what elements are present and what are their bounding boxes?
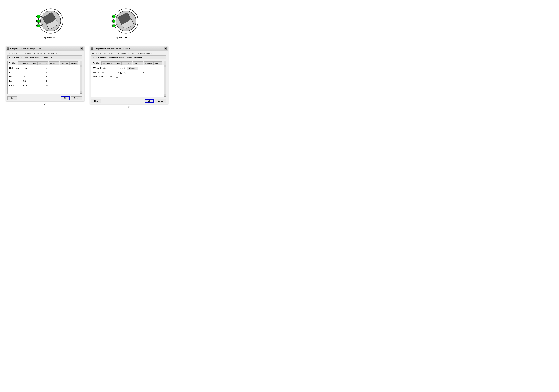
resistance-checkbox[interactable]: [116, 75, 118, 78]
pmsm-jmag-label: 3 ph PMSM JMAG: [115, 37, 133, 39]
tab-feedback-right[interactable]: Feedback: [121, 62, 132, 65]
dropdown-arrow-icon: ▼: [46, 67, 47, 69]
scroll-up-right[interactable]: ▲: [164, 65, 166, 67]
scroll-down-left[interactable]: ▼: [80, 91, 82, 94]
tab-feedback-left[interactable]: Feedback: [37, 62, 48, 65]
jmag-tab-content: RT data file path: path to rtt file Choo…: [91, 65, 166, 97]
pmsm-motor-diagram: A B C: [35, 6, 64, 35]
tab-load-left[interactable]: Load: [30, 62, 37, 65]
dialog-pmsm1: Component (3 ph PMSM1) properties ✕ Thre…: [6, 46, 84, 101]
ld-label: Ld:: [9, 76, 21, 78]
svg-rect-19: [112, 20, 115, 22]
dialog-pmsm1-body: Three Phase Permanent Magnet Synchronous…: [6, 51, 84, 95]
jmag-description: Three Phase Permanent Magnet Synchronous…: [91, 52, 166, 54]
rs-label: Rs:: [9, 71, 21, 73]
tab-output-left[interactable]: Output: [70, 62, 78, 65]
psipm-label: Psi_pm:: [9, 84, 21, 86]
help-button-right[interactable]: Help: [91, 99, 101, 103]
help-button-left[interactable]: Help: [7, 96, 17, 100]
resistance-row: Set resistance manually:: [93, 75, 163, 78]
model-type-dropdown[interactable]: linear ▼: [22, 66, 48, 69]
close-button-jmag[interactable]: ✕: [164, 47, 167, 50]
dialog-icon: [7, 47, 9, 50]
ld-row: Ld: H: [9, 75, 79, 78]
pmsm1-tabs-row: Electrical Mechanical Load Feedback Adva…: [7, 61, 82, 65]
lq-label: Lq:: [9, 80, 21, 82]
svg-text:A: A: [36, 15, 38, 18]
scroll-down-right[interactable]: ▼: [164, 94, 166, 96]
svg-rect-7: [37, 20, 40, 22]
pmsm1-component-box: Three Phase Permanent Magnet Synchronous…: [7, 56, 82, 59]
titlebar-left: Component (3 ph PMSM1) properties: [7, 47, 42, 50]
tab-advanced-left[interactable]: Advanced: [49, 62, 59, 65]
tab-scroll-down-right[interactable]: ▼: [164, 63, 166, 65]
rs-row: Rs: Ω: [9, 71, 79, 74]
tab-snubber-left[interactable]: Snubber: [60, 62, 69, 65]
lq-input[interactable]: [22, 80, 45, 83]
content-scrollbar-left: ▲ ▼: [80, 65, 82, 94]
ld-input[interactable]: [22, 75, 45, 78]
accuracy-type-label: Accuracy Type:: [93, 72, 115, 74]
accuracy-type-row: Accuracy Type: LdLq (table) ▼: [93, 71, 163, 74]
tab-snubber-right[interactable]: Snubber: [144, 62, 153, 65]
dialogs-row: Component (3 ph PMSM1) properties ✕ Thre…: [3, 46, 171, 109]
jmag-footer: Help OK Cancel: [90, 98, 168, 104]
dialog-pmsm-jmag-titlebar: Component (3 ph PMSM JMAG) properties ✕: [90, 46, 168, 51]
jmag-tabs-row: Electrical Mechanical Load Feedback Adva…: [91, 61, 166, 65]
caption-left: (a): [43, 102, 47, 106]
pmsm-jmag-motor-diagram: A B C: [110, 6, 139, 35]
svg-text:C: C: [36, 25, 38, 27]
pmsm1-tabs-container: Electrical Mechanical Load Feedback Adva…: [7, 61, 82, 94]
ok-button-left[interactable]: OK: [61, 96, 70, 100]
psipm-unit: Wb: [46, 84, 49, 86]
rt-path-row: RT data file path: path to rtt file Choo…: [93, 66, 163, 70]
tab-electrical-left[interactable]: Electrical: [7, 61, 18, 65]
resistance-label: Set resistance manually:: [93, 75, 115, 78]
diagrams-row: A B C 3 ph PMSM: [3, 3, 171, 42]
pmsm-jmag-diagram-item: A B C 3 ph PMSM JMAG: [110, 6, 139, 39]
pmsm1-description: Three Phase Permanent Magnet Synchronous…: [7, 52, 82, 54]
rs-input[interactable]: [22, 71, 45, 74]
svg-text:B: B: [112, 20, 113, 22]
jmag-tabs-container: Electrical Mechanical Load Feedback Adva…: [91, 61, 166, 97]
rt-path-value: path to rtt file: [116, 67, 126, 69]
tab-scroll-down-left[interactable]: ▼: [80, 63, 82, 65]
svg-text:A: A: [112, 15, 113, 18]
tab-output-right[interactable]: Output: [154, 62, 162, 65]
dialog-jmag-body: Three Phase Permanent Magnet Synchronous…: [90, 51, 168, 98]
tab-electrical-right[interactable]: Electrical: [91, 61, 102, 65]
cancel-button-left[interactable]: Cancel: [71, 96, 82, 100]
accuracy-type-dropdown[interactable]: LdLq (table) ▼: [116, 71, 145, 74]
scroll-up-left[interactable]: ▲: [80, 65, 82, 67]
tab-mechanical-left[interactable]: Mechanical: [18, 62, 30, 65]
dialog-jmag-title: Component (3 ph PMSM JMAG) properties: [94, 47, 130, 50]
svg-rect-4: [37, 15, 40, 18]
main-layout: A B C 3 ph PMSM: [3, 3, 171, 109]
close-button[interactable]: ✕: [80, 47, 83, 50]
choose-button[interactable]: Choose...: [127, 66, 138, 70]
svg-rect-22: [112, 25, 115, 27]
psipm-input[interactable]: [22, 84, 45, 87]
tab-load-right[interactable]: Load: [114, 62, 121, 65]
jmag-component-box: Three Phase Permanent Magnet Synchronous…: [91, 56, 166, 59]
dialog-pmsm1-titlebar: Component (3 ph PMSM1) properties ✕: [6, 46, 84, 51]
caption-right: (b): [127, 105, 131, 109]
pmsm-diagram-item: A B C 3 ph PMSM: [35, 6, 64, 39]
tab-scroll-up-right[interactable]: ▲: [164, 61, 166, 63]
cancel-button-right[interactable]: Cancel: [155, 99, 166, 103]
svg-text:B: B: [36, 20, 38, 22]
tab-scroll-up-left[interactable]: ▲: [80, 61, 82, 63]
svg-rect-10: [37, 25, 40, 27]
ok-button-right[interactable]: OK: [145, 99, 154, 103]
svg-text:C: C: [112, 25, 113, 27]
tab-advanced-right[interactable]: Advanced: [132, 62, 143, 65]
tab-mechanical-right[interactable]: Mechanical: [102, 62, 114, 65]
model-type-label: Model Type:: [9, 67, 21, 69]
pmsm1-tab-content: Model Type: linear ▼ Rs: Ω: [7, 65, 82, 94]
model-type-value: linear: [23, 67, 27, 69]
ld-unit: H: [46, 76, 48, 78]
lq-unit: H: [46, 80, 48, 82]
rs-unit: Ω: [46, 71, 48, 73]
dialog-jmag-icon: [91, 47, 93, 50]
model-type-row: Model Type: linear ▼: [9, 66, 79, 69]
